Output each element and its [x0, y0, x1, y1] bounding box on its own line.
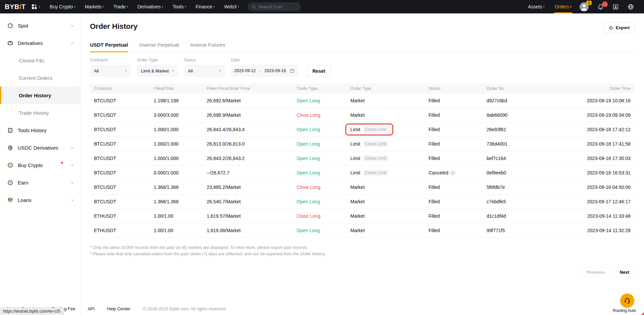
price-cell: 26,843.2/26,843.2 — [203, 156, 293, 161]
nav-item-orders[interactable]: Orders▾ — [551, 0, 576, 13]
export-button[interactable]: Export — [603, 22, 635, 33]
sidebar-item-trade-history[interactable]: Trade History — [0, 104, 80, 121]
page-title: Order History — [90, 22, 138, 31]
search-box[interactable] — [248, 2, 301, 11]
sidebar-item-label: Earn — [18, 180, 66, 186]
nav-right: Assets▾ Orders▾ 1 … — [524, 0, 637, 13]
contracts-cell: BTCUSDT — [90, 156, 150, 161]
sidebar-item-loans[interactable]: Loans — [0, 191, 80, 209]
order-type-text: Market — [350, 199, 365, 204]
order-type-cell: Market — [346, 98, 425, 103]
order-type-text: Limit — [350, 170, 360, 175]
next-page-button[interactable]: Next — [614, 267, 635, 277]
nav-item-tools[interactable]: Tools▾ — [169, 0, 190, 13]
order-type-select[interactable]: Limit & Market▾ — [137, 65, 178, 77]
sidebar-item-buy-crypto[interactable]: Buy Crypto — [0, 156, 80, 174]
sidebar-item-tools-history[interactable]: Tools History — [0, 121, 80, 139]
sidebar-item-closed-p-l[interactable]: Closed P&L — [0, 52, 80, 69]
nav-item-assets[interactable]: Assets▾ — [524, 0, 549, 13]
globe-icon — [628, 4, 634, 10]
order-type-text: Market — [350, 228, 365, 233]
notification-dot — [61, 162, 63, 164]
status-cell: Filled — [425, 127, 483, 132]
order-type-value: Market — [350, 213, 365, 219]
order-time-cell: 2023-09-18 17:35:03 — [550, 156, 635, 161]
sidebar-item-label: Order History — [19, 93, 74, 98]
contracts-cell: ETHUSDT — [90, 213, 150, 219]
nav-item-derivatives[interactable]: Derivatives▾ — [134, 0, 167, 13]
trade-type-cell: Open Long — [293, 141, 346, 147]
column-header-order-time: Order Time — [550, 86, 635, 91]
nav-item-label: Web3 — [224, 4, 236, 9]
chevron-down-icon: ▾ — [237, 5, 239, 8]
date-range-picker[interactable]: 2023-09-12 → 2023-09-19 — [231, 65, 298, 77]
table-row: BTCUSDT1.199/1.19926,692.6/MarketOpen Lo… — [90, 94, 635, 108]
language-button[interactable] — [624, 4, 637, 10]
apps-grid-icon — [32, 4, 37, 9]
notifications-button[interactable]: … — [594, 4, 607, 10]
buy-icon — [7, 162, 13, 168]
filled-total-cell: 1.000/1.000 — [150, 141, 203, 147]
price-cell: 26,843.4/26,843.4 — [203, 127, 293, 132]
column-header-filled-price-order-price: Filled Price/Order Price — [203, 86, 293, 91]
sidebar-item-earn[interactable]: Earn — [0, 174, 80, 191]
contracts-select[interactable]: All▾ — [90, 65, 131, 77]
main-content: Order History Export USDT PerpetualInver… — [81, 13, 644, 315]
derivatives-icon — [7, 40, 13, 46]
price-cell: --/26,672.7 — [203, 170, 293, 175]
chevron-down-icon — [70, 24, 74, 28]
order-type-cell: Market — [346, 228, 425, 233]
nav-item-label: Finance — [196, 4, 212, 9]
corner-notification-triangle — [641, 312, 644, 315]
chevron-down-icon: ▾ — [162, 5, 163, 8]
order-type-cell: Market — [346, 112, 425, 118]
order-type-value: Market — [350, 98, 365, 103]
table-note: * Only the latest 10,000 records from th… — [90, 245, 635, 250]
trade-type-cell: Close Long — [293, 213, 346, 219]
chevron-down-icon — [70, 146, 74, 150]
loans-icon — [7, 197, 13, 203]
order-time-cell: 2023-09-14 11:33:48 — [550, 213, 635, 219]
price-cell: 26,813.0/26,813.0 — [203, 141, 293, 147]
order-time-cell: 2023-09-18 04:50:00 — [550, 185, 635, 190]
nav-item-buy-crypto[interactable]: Buy Crypto▾ — [46, 0, 80, 13]
nav-item-trade[interactable]: Trade▾ — [109, 0, 132, 13]
sidebar-item-spot[interactable]: Spot — [0, 17, 80, 34]
routing-status-label: Routing Auto — [613, 308, 636, 313]
filled-total-cell: 1.000/1.000 — [150, 156, 203, 161]
search-input[interactable] — [258, 4, 295, 9]
order-time-cell: 2023-09-19 09:34:09 — [550, 112, 635, 118]
chevron-down-icon: ▾ — [570, 5, 572, 8]
sidebar-item-order-history[interactable]: Order History — [0, 87, 80, 104]
tab-inverse-perpetual[interactable]: Inverse Perpetual — [139, 42, 179, 52]
table-row: BTCUSDT1.000/1.00026,813.0/26,813.0Open … — [90, 137, 635, 151]
footer-link-help-center[interactable]: Help Center — [107, 306, 130, 311]
sidebar-item-derivatives[interactable]: Derivatives — [0, 34, 80, 52]
apps-menu-button[interactable]: ▾ — [32, 4, 41, 9]
bybit-logo[interactable]: BYBIT — [5, 3, 26, 11]
previous-page-button[interactable]: Previous — [581, 267, 610, 277]
chevron-down-icon — [70, 181, 74, 185]
nav-item-markets[interactable]: Markets▾ — [81, 0, 108, 13]
account-avatar[interactable]: 1 — [580, 2, 589, 11]
chevron-down-icon: ▾ — [185, 5, 186, 8]
order-type-cell: Market — [346, 213, 425, 219]
reset-button[interactable]: Reset — [307, 65, 331, 77]
download-app-button[interactable] — [609, 4, 622, 10]
nav-item-web3[interactable]: Web3▾ — [220, 0, 243, 13]
live-chat-button[interactable] — [620, 294, 634, 308]
contracts-cell: BTCUSDT — [90, 199, 150, 204]
sidebar-item-usdc-derivatives[interactable]: USDC Derivatives — [0, 139, 80, 156]
sidebar-item-current-orders[interactable]: Current Orders — [0, 69, 80, 87]
nav-item-finance[interactable]: Finance▾ — [192, 0, 219, 13]
footer-link-api[interactable]: API — [88, 306, 95, 311]
trade-type-cell: Open Long — [293, 156, 346, 161]
status-info-icon[interactable]: ? — [450, 170, 455, 175]
order-time-cell: 2023-09-19 10:08:16 — [550, 98, 635, 103]
sidebar-item-label: Loans — [18, 197, 66, 203]
tab-usdt-perpetual[interactable]: USDT Perpetual — [90, 42, 128, 52]
order-type-text: Limit — [350, 141, 360, 147]
tab-inverse-futures[interactable]: Inverse Futures — [190, 42, 225, 52]
order-no-cell: 0ef8eeb0 — [483, 170, 550, 175]
status-select[interactable]: All▾ — [184, 65, 225, 77]
